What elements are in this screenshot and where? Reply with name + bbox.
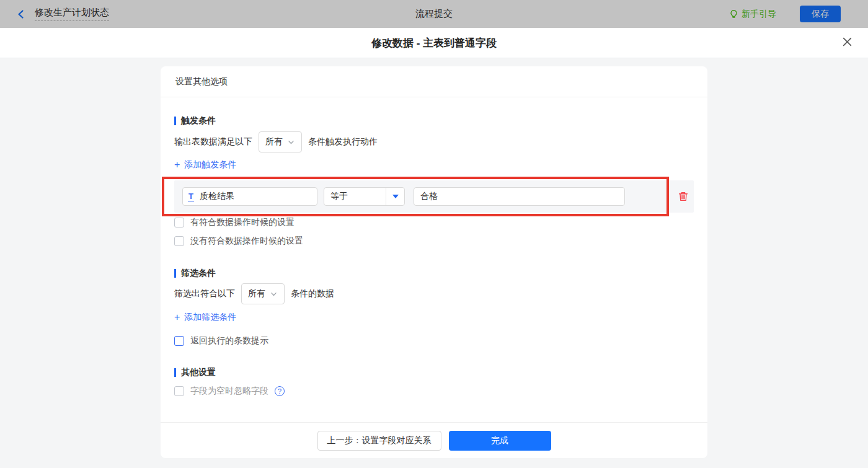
filter-checkbox-row: 返回执行的条数提示 bbox=[174, 336, 694, 346]
trigger-sentence-prefix: 输出表数据满足以下 bbox=[174, 136, 252, 148]
other-checkbox-row: 字段为空时忽略字段 ? bbox=[174, 386, 694, 396]
filter-sentence-suffix: 条件的数据 bbox=[291, 288, 334, 299]
filter-sentence-prefix: 筛选出符合以下 bbox=[174, 288, 235, 299]
modal-body: 设置其他选项 触发条件 输出表数据满足以下 所有 条件触发执行 bbox=[0, 58, 868, 468]
section-bar bbox=[174, 117, 176, 125]
plus-icon: + bbox=[174, 161, 180, 169]
condition-value-input[interactable] bbox=[420, 192, 618, 201]
previous-step-button[interactable]: 上一步：设置字段对应关系 bbox=[317, 431, 441, 451]
caret-down-icon bbox=[392, 195, 399, 198]
trigger-match-value: 所有 bbox=[265, 136, 283, 148]
help-icon[interactable]: ? bbox=[275, 386, 285, 396]
chevron-down-icon bbox=[270, 291, 277, 298]
card-header-title: 设置其他选项 bbox=[175, 76, 228, 87]
section-bar bbox=[174, 269, 176, 278]
condition-field-input-wrap[interactable]: T bbox=[182, 187, 317, 206]
checkbox-return-count-tip[interactable] bbox=[174, 336, 184, 346]
trigger-section-title: 触发条件 bbox=[174, 117, 694, 125]
trigger-match-select[interactable]: 所有 bbox=[259, 131, 302, 152]
trigger-sentence: 输出表数据满足以下 所有 条件触发执行动作 bbox=[174, 131, 694, 152]
add-filter-condition-link[interactable]: + 添加筛选条件 bbox=[174, 312, 236, 323]
card-footer: 上一步：设置字段对应关系 完成 bbox=[161, 422, 707, 458]
checkbox-ignore-empty-field[interactable] bbox=[174, 386, 184, 396]
close-icon[interactable] bbox=[842, 37, 852, 47]
modal-title: 修改数据 - 主表到普通字段 bbox=[371, 36, 497, 50]
other-section-title: 其他设置 bbox=[174, 368, 694, 377]
add-trigger-condition-link[interactable]: + 添加触发条件 bbox=[174, 159, 236, 170]
trigger-checkbox-row-no-data: 没有符合数据操作时候的设置 bbox=[174, 236, 694, 246]
filter-sentence: 筛选出符合以下 所有 条件的数据 bbox=[174, 283, 694, 304]
filter-match-select[interactable]: 所有 bbox=[241, 283, 285, 304]
trigger-condition-row-wrap: T 等于 bbox=[174, 180, 694, 213]
condition-operator-value: 等于 bbox=[324, 191, 386, 202]
card-header: 设置其他选项 bbox=[161, 66, 707, 97]
text-field-type-icon: T bbox=[188, 192, 194, 201]
card-body: 触发条件 输出表数据满足以下 所有 条件触发执行动作 + 添加触发条件 bbox=[161, 97, 707, 422]
trigger-condition-row: T 等于 bbox=[174, 180, 694, 213]
checkbox-has-matching-data[interactable] bbox=[174, 218, 184, 227]
options-card: 设置其他选项 触发条件 输出表数据满足以下 所有 条件触发执行 bbox=[161, 66, 707, 458]
modal-header: 修改数据 - 主表到普通字段 bbox=[0, 28, 868, 58]
filter-section-title: 筛选条件 bbox=[174, 269, 694, 278]
trigger-sentence-suffix: 条件触发执行动作 bbox=[308, 136, 378, 148]
condition-field-input[interactable] bbox=[200, 192, 312, 201]
done-button[interactable]: 完成 bbox=[449, 431, 551, 451]
trigger-checkbox-row-has-data: 有符合数据操作时候的设置 bbox=[174, 218, 694, 227]
plus-icon: + bbox=[174, 313, 180, 322]
operator-caret-area[interactable] bbox=[386, 188, 404, 205]
modify-data-modal: 修改数据 - 主表到普通字段 设置其他选项 触发条件 输出表数据满足以下 bbox=[0, 28, 868, 468]
condition-value-input-wrap[interactable] bbox=[414, 187, 625, 206]
checkbox-no-matching-data[interactable] bbox=[174, 236, 184, 246]
delete-condition-button[interactable] bbox=[678, 191, 689, 202]
chevron-down-icon bbox=[288, 139, 294, 146]
section-bar bbox=[174, 368, 176, 377]
filter-match-value: 所有 bbox=[248, 288, 265, 299]
condition-operator-select[interactable]: 等于 bbox=[324, 187, 405, 206]
trash-icon bbox=[678, 191, 689, 202]
